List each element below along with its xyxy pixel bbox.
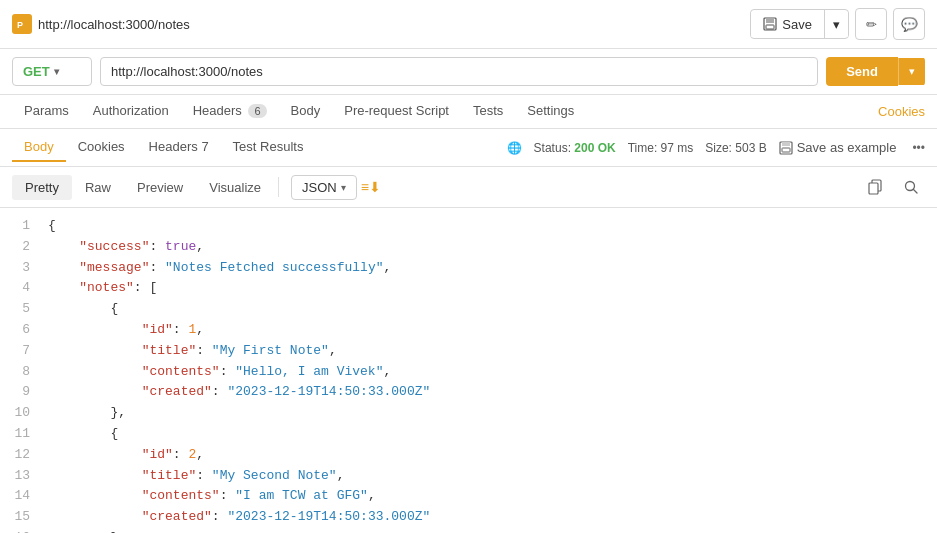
code-line: { (48, 299, 929, 320)
pencil-icon: ✏ (866, 17, 877, 32)
format-divider (278, 177, 279, 197)
res-tab-headers[interactable]: Headers 7 (137, 133, 221, 162)
line-number: 7 (10, 341, 30, 362)
code-line: "contents": "Hello, I am Vivek", (48, 362, 929, 383)
line-number: 15 (10, 507, 30, 528)
code-line: "title": "My Second Note", (48, 466, 929, 487)
format-chevron-icon: ▾ (341, 182, 346, 193)
code-line: "created": "2023-12-19T14:50:33.000Z" (48, 507, 929, 528)
code-line: "notes": [ (48, 278, 929, 299)
line-number: 10 (10, 403, 30, 424)
code-line: "contents": "I am TCW at GFG", (48, 486, 929, 507)
fmt-tab-preview[interactable]: Preview (124, 175, 196, 200)
line-number: 12 (10, 445, 30, 466)
line-number: 16 (10, 528, 30, 533)
code-line: "success": true, (48, 237, 929, 258)
svg-rect-6 (782, 142, 790, 146)
fmt-tab-raw[interactable]: Raw (72, 175, 124, 200)
search-icon (903, 179, 919, 195)
search-button[interactable] (897, 173, 925, 201)
top-bar-actions: Save ▾ ✏ 💬 (750, 8, 925, 40)
tab-settings[interactable]: Settings (515, 95, 586, 128)
send-button-group: Send ▾ (826, 57, 925, 86)
chevron-down-icon: ▾ (833, 17, 840, 32)
line-number: 6 (10, 320, 30, 341)
more-options-button[interactable]: ••• (912, 141, 925, 155)
top-bar-url-text: http://localhost:3000/notes (38, 17, 190, 32)
line-number: 8 (10, 362, 30, 383)
code-content: { "success": true, "message": "Notes Fet… (40, 216, 937, 533)
top-bar: P http://localhost:3000/notes Save ▾ ✏ (0, 0, 937, 49)
comment-icon: 💬 (901, 17, 918, 32)
save-example-icon (779, 141, 793, 155)
send-button[interactable]: Send (826, 57, 898, 86)
method-chevron-icon: ▾ (54, 66, 59, 77)
time-label: Time: 97 ms (628, 141, 694, 155)
size-value: 503 B (735, 141, 766, 155)
svg-line-11 (914, 190, 918, 194)
response-status: 🌐 Status: 200 OK Time: 97 ms Size: 503 B… (507, 140, 925, 155)
fmt-tab-visualize[interactable]: Visualize (196, 175, 274, 200)
time-value: 97 ms (661, 141, 694, 155)
line-number: 13 (10, 466, 30, 487)
status-value: 200 OK (574, 141, 615, 155)
fmt-tab-pretty[interactable]: Pretty (12, 175, 72, 200)
code-line: }, (48, 403, 929, 424)
method-select[interactable]: GET ▾ (12, 57, 92, 86)
tab-headers[interactable]: Headers 6 (181, 95, 279, 128)
tab-params[interactable]: Params (12, 95, 81, 128)
response-tabs: Body Cookies Headers 7 Test Results 🌐 St… (0, 129, 937, 167)
line-number: 5 (10, 299, 30, 320)
res-tab-body[interactable]: Body (12, 133, 66, 162)
code-line: } (48, 528, 929, 533)
size-label: Size: 503 B (705, 141, 766, 155)
format-select-label: JSON (302, 180, 337, 195)
format-bar: Pretty Raw Preview Visualize JSON ▾ ≡⬇ (0, 167, 937, 208)
globe-icon: 🌐 (507, 141, 522, 155)
method-label: GET (23, 64, 50, 79)
comment-icon-button[interactable]: 💬 (893, 8, 925, 40)
code-line: "title": "My First Note", (48, 341, 929, 362)
send-dropdown-button[interactable]: ▾ (898, 58, 925, 85)
save-button[interactable]: Save (751, 12, 824, 37)
top-bar-url-group: P http://localhost:3000/notes (12, 14, 742, 34)
tab-tests[interactable]: Tests (461, 95, 515, 128)
code-line: "id": 1, (48, 320, 929, 341)
code-area: 123456789101112131415161718 { "success":… (0, 208, 937, 533)
request-tabs: Params Authorization Headers 6 Body Pre-… (0, 95, 937, 129)
save-as-example-button[interactable]: Save as example (779, 140, 897, 155)
send-chevron-icon: ▾ (909, 65, 915, 77)
format-select[interactable]: JSON ▾ (291, 175, 357, 200)
copy-icon (867, 179, 883, 195)
app-icon: P (12, 14, 32, 34)
svg-rect-7 (782, 148, 790, 152)
line-numbers: 123456789101112131415161718 (0, 216, 40, 533)
line-number: 4 (10, 278, 30, 299)
res-tab-cookies[interactable]: Cookies (66, 133, 137, 162)
code-line: "message": "Notes Fetched successfully", (48, 258, 929, 279)
status-label: Status: 200 OK (534, 141, 616, 155)
filter-icon[interactable]: ≡⬇ (361, 179, 381, 195)
svg-text:P: P (17, 20, 23, 30)
tab-authorization[interactable]: Authorization (81, 95, 181, 128)
save-button-group: Save ▾ (750, 9, 849, 39)
tab-prerequest[interactable]: Pre-request Script (332, 95, 461, 128)
code-line: { (48, 424, 929, 445)
line-number: 11 (10, 424, 30, 445)
save-dropdown-button[interactable]: ▾ (825, 12, 848, 37)
svg-rect-4 (766, 25, 774, 29)
line-number: 2 (10, 237, 30, 258)
save-icon (763, 17, 777, 31)
format-bar-right (861, 173, 925, 201)
url-input[interactable] (100, 57, 818, 86)
code-line: { (48, 216, 929, 237)
line-number: 9 (10, 382, 30, 403)
url-bar: GET ▾ Send ▾ (0, 49, 937, 95)
res-tab-testresults[interactable]: Test Results (221, 133, 316, 162)
tab-body[interactable]: Body (279, 95, 333, 128)
save-label: Save (782, 17, 812, 32)
copy-button[interactable] (861, 173, 889, 201)
edit-icon-button[interactable]: ✏ (855, 8, 887, 40)
line-number: 3 (10, 258, 30, 279)
cookies-link[interactable]: Cookies (878, 104, 925, 119)
